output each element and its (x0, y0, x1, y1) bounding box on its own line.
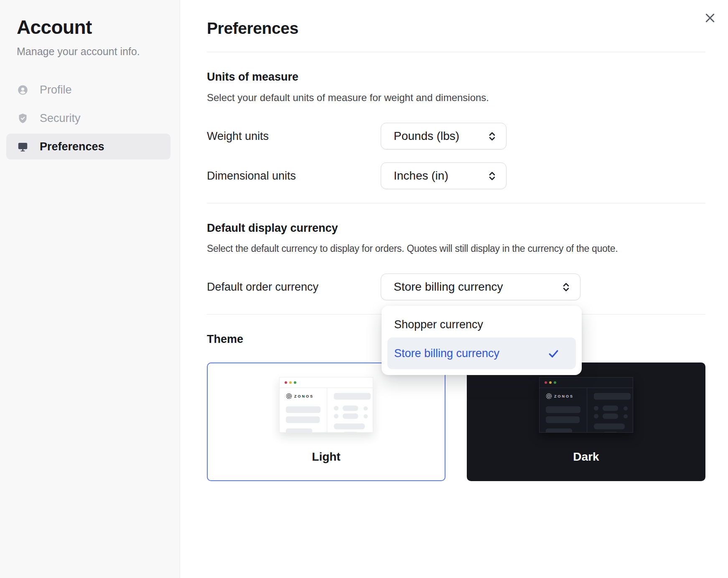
units-of-measure-section: Units of measure Select your default uni… (207, 71, 705, 189)
mock-titlebar (280, 378, 373, 388)
mock-bar (286, 406, 321, 413)
sidebar-item-preferences[interactable]: Preferences (6, 134, 171, 160)
mock-bar (334, 423, 365, 429)
menu-item-shopper-currency[interactable]: Shopper currency (387, 312, 576, 337)
mock-row (594, 432, 633, 433)
select-value: Pounds (lbs) (394, 129, 459, 143)
sidebar: Account Manage your account info. Profil… (0, 0, 180, 578)
section-title: Default display currency (207, 222, 705, 235)
mock-dot (334, 432, 339, 433)
mock-row (334, 413, 373, 419)
menu-item-store-billing-currency[interactable]: Store billing currency (387, 337, 576, 369)
mock-bar (594, 423, 625, 429)
theme-preview-dark: ZONOS (539, 377, 633, 433)
mock-dot (364, 414, 368, 418)
mock-brand-text: ZONOS (294, 394, 314, 398)
preferences-content: Preferences Units of measure Select your… (207, 0, 705, 481)
field-label: Dimensional units (207, 170, 296, 183)
zonos-logo-icon (546, 393, 552, 399)
mock-bar (286, 416, 320, 423)
chevron-up-down-icon (486, 170, 498, 182)
mock-sidebar: ZONOS (540, 388, 587, 433)
theme-label-light: Light (208, 450, 445, 464)
sidebar-nav: Profile Security Preferences (6, 77, 171, 160)
mock-pill (343, 406, 358, 411)
sidebar-item-label: Preferences (40, 140, 104, 153)
mock-pill (603, 406, 618, 411)
menu-item-label: Store billing currency (394, 347, 499, 360)
dimensional-units-row: Dimensional units Inches (in) (207, 162, 705, 189)
mock-titlebar (540, 378, 633, 388)
sidebar-item-profile[interactable]: Profile (6, 77, 171, 103)
preferences-panel: Preferences Units of measure Select your… (180, 0, 728, 578)
mock-bar (546, 428, 572, 433)
currency-dropdown-menu: Shopper currency Store billing currency (382, 306, 582, 375)
mock-body: ZONOS (280, 388, 373, 433)
page-title: Preferences (207, 0, 705, 38)
section-title: Units of measure (207, 71, 705, 84)
mock-pill (603, 413, 618, 419)
chevron-up-down-icon (560, 281, 572, 293)
mock-pill (343, 432, 358, 433)
sidebar-item-label: Security (40, 112, 81, 125)
sidebar-title: Account (17, 16, 171, 38)
user-icon (17, 84, 28, 96)
section-description: Select the default currency to display f… (207, 243, 705, 254)
mock-sidebar: ZONOS (280, 388, 327, 433)
section-description: Select your default units of measure for… (207, 92, 705, 104)
mock-brand: ZONOS (286, 393, 327, 399)
display-currency-section: Default display currency Select the defa… (207, 222, 705, 300)
mock-bar (546, 406, 580, 413)
default-order-currency-select[interactable]: Store billing currency (381, 274, 580, 300)
window-dot-yellow-icon (289, 381, 292, 384)
weight-units-select[interactable]: Pounds (lbs) (381, 123, 507, 150)
sidebar-subtitle: Manage your account info. (17, 46, 171, 58)
select-value: Store billing currency (394, 280, 503, 294)
window-dot-yellow-icon (549, 381, 552, 384)
theme-label-dark: Dark (468, 450, 705, 464)
window-dot-green-icon (554, 381, 556, 384)
select-value: Inches (in) (394, 169, 448, 183)
mock-main (327, 388, 373, 433)
theme-preview-light: ZONOS (279, 377, 373, 433)
divider (207, 52, 705, 52)
close-icon (704, 19, 716, 25)
mock-brand: ZONOS (546, 393, 587, 399)
zonos-logo-icon (286, 393, 292, 399)
window-dot-green-icon (294, 381, 296, 384)
mock-dot (624, 406, 628, 411)
mock-body: ZONOS (540, 388, 633, 433)
theme-options: ZONOS (207, 363, 705, 481)
mock-bar (334, 393, 371, 400)
mock-dot (594, 432, 598, 433)
check-icon (547, 347, 560, 360)
chevron-up-down-icon (486, 131, 498, 142)
mock-dot (334, 406, 339, 411)
divider (207, 203, 705, 203)
mock-bar (286, 428, 312, 433)
weight-units-row: Weight units Pounds (lbs) (207, 123, 705, 150)
window-dot-red-icon (545, 381, 547, 384)
monitor-icon (17, 141, 28, 152)
field-label: Default order currency (207, 281, 318, 294)
mock-pill (343, 413, 358, 419)
sidebar-item-label: Profile (40, 84, 72, 96)
dimensional-units-select[interactable]: Inches (in) (381, 162, 507, 189)
mock-dot (334, 414, 339, 418)
mock-dot (594, 414, 598, 418)
menu-item-label: Shopper currency (394, 318, 483, 331)
mock-row (594, 413, 633, 419)
mock-dot (594, 406, 598, 411)
mock-bar (594, 393, 631, 400)
window-dot-red-icon (285, 381, 287, 384)
mock-main (587, 388, 633, 433)
order-currency-row: Default order currency Store billing cur… (207, 274, 705, 300)
mock-pill (603, 432, 618, 433)
shield-check-icon (17, 113, 28, 124)
sidebar-item-security[interactable]: Security (6, 105, 171, 131)
mock-dot (624, 414, 628, 418)
mock-row (334, 406, 373, 411)
theme-option-dark[interactable]: ZONOS (467, 363, 705, 481)
theme-option-light[interactable]: ZONOS (207, 363, 445, 481)
field-label: Weight units (207, 130, 269, 143)
